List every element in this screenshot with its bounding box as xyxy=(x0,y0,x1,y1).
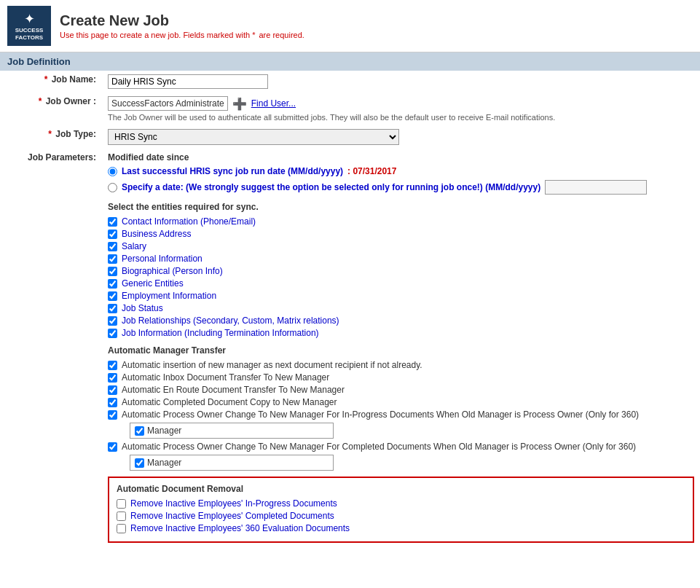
auto-manager-label-2: Automatic En Route Document Transfer To … xyxy=(122,385,345,395)
auto-manager-label-4: Automatic Process Owner Change To New Ma… xyxy=(122,409,639,420)
required-marker: * xyxy=(252,31,255,39)
auto-manager-title: Automatic Manager Transfer xyxy=(108,345,694,356)
entity-checkbox-3[interactable] xyxy=(108,254,117,264)
entity-row-7: Job Status xyxy=(108,303,694,313)
auto-removal-row-1: Remove Inactive Employees' Completed Doc… xyxy=(117,511,685,521)
job-name-row: * Job Name: xyxy=(0,71,700,93)
auto-removal-label-1: Remove Inactive Employees' Completed Doc… xyxy=(130,511,334,521)
logo-star: ✦ xyxy=(24,11,35,27)
manager-box-checkbox-5[interactable] xyxy=(135,458,144,468)
job-type-row: * Job Type: HRIS Sync xyxy=(0,125,700,149)
entity-label-5: Generic Entities xyxy=(122,278,184,289)
manager-box-label-4: Manager xyxy=(147,426,181,436)
add-icon[interactable]: ➕ xyxy=(232,97,247,111)
entity-row-9: Job Information (Including Termination I… xyxy=(108,328,694,338)
job-type-select[interactable]: HRIS Sync xyxy=(108,129,399,145)
entity-row-3: Personal Information xyxy=(108,254,694,264)
entity-checkbox-4[interactable] xyxy=(108,267,117,276)
modified-date-title: Modified date since xyxy=(108,152,694,162)
radio-last-sync-row: Last successful HRIS sync job run date (… xyxy=(108,166,694,176)
auto-manager-item-1: Automatic Inbox Document Transfer To New… xyxy=(108,372,694,383)
job-parameters-cell: Modified date since Last successful HRIS… xyxy=(102,149,700,546)
entity-checkbox-1[interactable] xyxy=(108,230,117,239)
radio-last-sync[interactable] xyxy=(108,167,117,176)
auto-removal-row-2: Remove Inactive Employees' 360 Evaluatio… xyxy=(117,523,685,533)
auto-manager-checkbox-1[interactable] xyxy=(108,373,117,383)
auto-manager-item-5: Automatic Process Owner Change To New Ma… xyxy=(108,442,694,471)
entity-row-2: Salary xyxy=(108,241,694,251)
auto-removal-checkbox-1[interactable] xyxy=(117,511,126,521)
auto-removal-label-2: Remove Inactive Employees' 360 Evaluatio… xyxy=(130,523,350,533)
entity-label-4: Biographical (Person Info) xyxy=(122,266,223,276)
radio-specify-date[interactable] xyxy=(108,183,117,192)
content-area: Job Definition * Job Name: * Job Owner :… xyxy=(0,52,700,546)
entity-checkbox-2[interactable] xyxy=(108,242,117,251)
job-owner-label: * Job Owner : xyxy=(0,93,102,125)
job-owner-row: * Job Owner : SuccessFactors Administrat… xyxy=(0,93,700,125)
job-owner-value-cell: SuccessFactors Administrate ➕ Find User.… xyxy=(102,93,700,125)
entity-checkbox-6[interactable] xyxy=(108,291,117,301)
auto-manager-checkbox-0[interactable] xyxy=(108,361,117,370)
entity-label-3: Personal Information xyxy=(122,254,202,264)
entity-label-9: Job Information (Including Termination I… xyxy=(122,328,319,338)
auto-removal-label-0: Remove Inactive Employees' In-Progress D… xyxy=(130,498,337,509)
entity-label-6: Employment Information xyxy=(122,291,216,301)
job-owner-text: SuccessFactors Administrate xyxy=(108,96,228,111)
logo-text: SUCCESSFACTORS xyxy=(15,27,44,41)
auto-manager-label-3: Automatic Completed Document Copy to New… xyxy=(122,397,337,407)
auto-manager-item-3: Automatic Completed Document Copy to New… xyxy=(108,397,694,407)
manager-box-4: Manager xyxy=(130,423,334,439)
entity-row-5: Generic Entities xyxy=(108,278,694,289)
auto-manager-label-5: Automatic Process Owner Change To New Ma… xyxy=(122,442,636,452)
entity-checkbox-7[interactable] xyxy=(108,304,117,313)
entity-label-1: Business Address xyxy=(122,229,191,239)
job-type-value-cell: HRIS Sync xyxy=(102,125,700,149)
job-name-label: * Job Name: xyxy=(0,71,102,93)
auto-removal-checkbox-0[interactable] xyxy=(117,499,126,509)
entity-row-8: Job Relationships (Secondary, Custom, Ma… xyxy=(108,315,694,326)
auto-manager-list: Automatic insertion of new manager as ne… xyxy=(108,360,694,471)
auto-manager-item-2: Automatic En Route Document Transfer To … xyxy=(108,385,694,395)
auto-manager-item-4: Automatic Process Owner Change To New Ma… xyxy=(108,409,694,439)
last-sync-date-value: : 07/31/2017 xyxy=(347,166,396,176)
job-name-input[interactable] xyxy=(108,74,268,89)
auto-manager-label-0: Automatic insertion of new manager as ne… xyxy=(122,360,422,370)
auto-manager-item-0: Automatic insertion of new manager as ne… xyxy=(108,360,694,370)
manager-box-label-5: Manager xyxy=(147,458,181,468)
job-parameters-row: Job Parameters: Modified date since Last… xyxy=(0,149,700,546)
auto-manager-checkbox-4[interactable] xyxy=(108,410,117,420)
specify-date-input[interactable] xyxy=(545,180,647,195)
entity-checkbox-9[interactable] xyxy=(108,329,117,338)
entity-checkbox-0[interactable] xyxy=(108,217,117,227)
owner-note: The Job Owner will be used to authentica… xyxy=(108,113,694,122)
auto-removal-title: Automatic Document Removal xyxy=(117,484,685,494)
auto-manager-checkbox-2[interactable] xyxy=(108,385,117,395)
auto-manager-checkbox-5[interactable] xyxy=(108,442,117,452)
radio-specify-row: Specify a date: (We strongly suggest the… xyxy=(108,180,694,195)
job-name-value-cell xyxy=(102,71,700,93)
job-type-label: * Job Type: xyxy=(0,125,102,149)
modified-date-section: Modified date since Last successful HRIS… xyxy=(108,152,694,195)
radio-specify-label: Specify a date: (We strongly suggest the… xyxy=(122,182,540,192)
logo: ✦ SUCCESSFACTORS xyxy=(7,6,51,46)
auto-removal-section: Automatic Document Removal Remove Inacti… xyxy=(108,477,694,543)
entity-row-6: Employment Information xyxy=(108,291,694,301)
entity-label-2: Salary xyxy=(122,241,146,251)
entity-label-7: Job Status xyxy=(122,303,163,313)
auto-removal-list: Remove Inactive Employees' In-Progress D… xyxy=(117,498,685,533)
radio-last-sync-label: Last successful HRIS sync job run date (… xyxy=(122,166,343,176)
entity-row-0: Contact Information (Phone/Email) xyxy=(108,216,694,227)
auto-removal-checkbox-2[interactable] xyxy=(117,524,126,533)
form-table: * Job Name: * Job Owner : SuccessFactors… xyxy=(0,71,700,546)
manager-box-checkbox-4[interactable] xyxy=(135,426,144,436)
select-entities-label: Select the entities required for sync. xyxy=(108,202,694,212)
page-title: Create New Job xyxy=(60,12,304,29)
entity-checkbox-8[interactable] xyxy=(108,316,117,326)
auto-removal-row-0: Remove Inactive Employees' In-Progress D… xyxy=(117,498,685,509)
find-user-link[interactable]: Find User... xyxy=(251,98,296,109)
entity-checkbox-5[interactable] xyxy=(108,279,117,289)
auto-manager-checkbox-3[interactable] xyxy=(108,398,117,407)
entity-label-8: Job Relationships (Secondary, Custom, Ma… xyxy=(122,315,339,326)
page-header: ✦ SUCCESSFACTORS Create New Job Use this… xyxy=(0,0,700,52)
auto-manager-label-1: Automatic Inbox Document Transfer To New… xyxy=(122,372,329,383)
